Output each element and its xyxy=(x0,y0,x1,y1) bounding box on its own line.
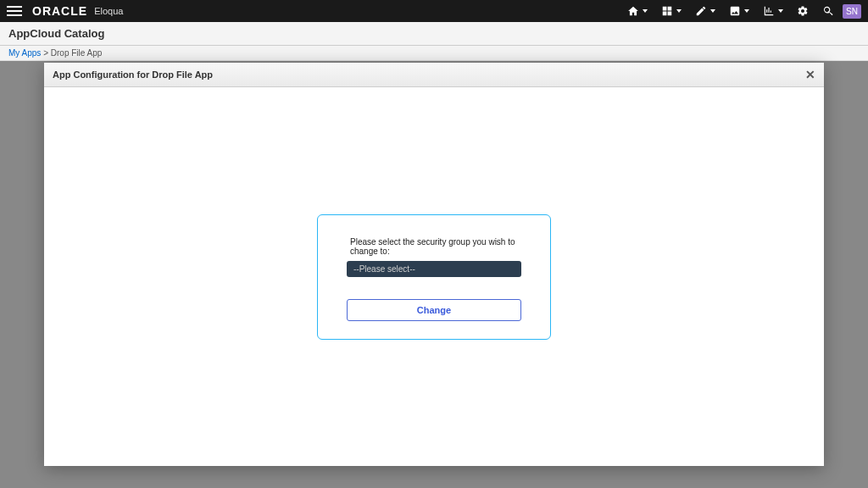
search-icon xyxy=(822,5,834,17)
security-group-select[interactable]: --Please select-- xyxy=(347,261,521,277)
gear-icon xyxy=(797,5,809,17)
config-modal: App Configuration for Drop File App ✕ Pl… xyxy=(44,63,824,466)
modal-header: App Configuration for Drop File App ✕ xyxy=(44,63,824,87)
image-icon xyxy=(729,5,741,17)
modal-title: App Configuration for Drop File App xyxy=(53,69,213,80)
breadcrumb: My Apps > Drop File App xyxy=(0,46,868,61)
page-title: AppCloud Catalog xyxy=(0,22,868,46)
edit-menu[interactable] xyxy=(690,5,721,17)
modal-body: Please select the security group you wis… xyxy=(44,87,824,466)
analytics-menu[interactable] xyxy=(758,5,788,17)
home-menu[interactable] xyxy=(622,5,653,17)
breadcrumb-current: Drop File App xyxy=(51,48,103,58)
user-avatar[interactable]: SN xyxy=(843,4,861,19)
grid-icon xyxy=(661,5,673,17)
chart-icon xyxy=(763,5,775,17)
dashboard-menu[interactable] xyxy=(656,5,687,17)
breadcrumb-link-myapps[interactable]: My Apps xyxy=(8,48,41,58)
breadcrumb-separator: > xyxy=(43,48,48,58)
product-name: Eloqua xyxy=(94,6,123,16)
menu-toggle-icon[interactable] xyxy=(7,6,22,16)
security-group-label: Please select the security group you wis… xyxy=(335,237,533,256)
pencil-icon xyxy=(695,5,707,17)
security-group-form: Please select the security group you wis… xyxy=(317,214,551,340)
change-button[interactable]: Change xyxy=(347,299,521,321)
home-icon xyxy=(627,5,639,17)
image-menu[interactable] xyxy=(724,5,754,17)
top-navbar: ORACLE Eloqua SN xyxy=(0,0,868,22)
settings-button[interactable] xyxy=(792,5,814,17)
modal-backdrop: App Configuration for Drop File App ✕ Pl… xyxy=(0,61,868,488)
search-button[interactable] xyxy=(817,5,839,17)
brand-logo: ORACLE xyxy=(32,4,87,18)
topnav-actions: SN xyxy=(622,4,861,19)
close-icon[interactable]: ✕ xyxy=(805,68,815,81)
